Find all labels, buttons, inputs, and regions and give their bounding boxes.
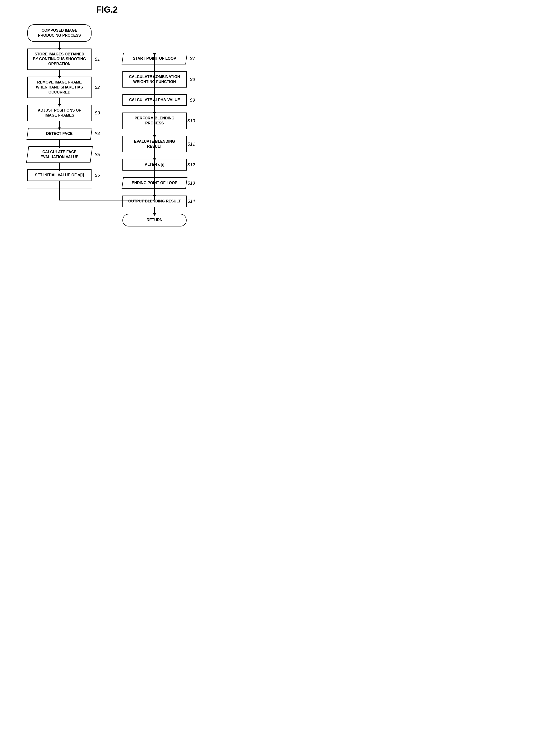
end-label: RETURN (122, 214, 186, 226)
step-S12-box: ALTER σ[i] (122, 159, 186, 171)
arrow (154, 189, 155, 196)
step-S9: CALCULATE ALPHA-VALUE S9 (114, 94, 195, 106)
step-S11-label: S11 (187, 142, 195, 146)
arrow (59, 163, 60, 169)
step-S2: REMOVE IMAGE FRAME WHEN HAND SHAKE HAS O… (19, 77, 100, 98)
step-S14-box: OUTPUT BLENDING RESULT (122, 196, 186, 207)
step-S13-label: S13 (187, 180, 195, 186)
step-S12-label: S12 (187, 162, 195, 167)
start-label: COMPOSED IMAGE PRODUCING PROCESS (27, 24, 91, 42)
step-S8-label: S8 (190, 77, 195, 82)
step-S11: EVALUATE BLENDING RESULT S11 (114, 136, 195, 152)
arrow (154, 64, 155, 71)
step-S10-label: S10 (187, 118, 195, 123)
step-S12: ALTER σ[i] S12 (114, 159, 195, 171)
step-S7: START POINT OF LOOP S7 (114, 53, 195, 64)
arrow (154, 152, 155, 159)
step-S2-label: S2 (95, 85, 100, 90)
arrow (59, 70, 60, 77)
step-S9-label: S9 (190, 97, 195, 103)
step-S13-box: ENDING POINT OF LOOP (122, 177, 187, 189)
step-S4-label: S4 (95, 131, 100, 136)
arrow (154, 207, 155, 214)
step-S6: SET INITIAL VALUE OF σ[i] S6 (19, 169, 100, 181)
step-S3-box: ADJUST POSITIONS OF IMAGE FRAMES (27, 105, 91, 121)
step-S14-label: S14 (187, 199, 195, 204)
step-S1: STORE IMAGES OBTAINED BY CONTINUOUS SHOO… (19, 49, 100, 70)
step-S10: PERFORM BLENDING PROCESS S10 (114, 113, 195, 129)
step-S6-label: S6 (95, 173, 100, 178)
step-S2-box: REMOVE IMAGE FRAME WHEN HAND SHAKE HAS O… (27, 77, 91, 98)
step-S8: CALCULATE COMBINATION WEIGHTING FUNCTION… (114, 71, 195, 88)
arrow (154, 87, 155, 94)
step-S1-label: S1 (95, 57, 100, 62)
step-S4-box: DETECT FACE (27, 128, 92, 140)
step-S13: ENDING POINT OF LOOP S13 (114, 177, 195, 189)
step-S5-label: S5 (95, 152, 100, 157)
step-S11-box: EVALUATE BLENDING RESULT (122, 136, 186, 152)
step-S1-box: STORE IMAGES OBTAINED BY CONTINUOUS SHOO… (27, 49, 91, 70)
start-node: COMPOSED IMAGE PRODUCING PROCESS (19, 24, 100, 42)
arrow (59, 140, 60, 146)
step-S9-box: CALCULATE ALPHA-VALUE (122, 94, 186, 106)
arrow (154, 106, 155, 113)
step-S14: OUTPUT BLENDING RESULT S14 (114, 196, 195, 207)
step-S8-box: CALCULATE COMBINATION WEIGHTING FUNCTION (122, 71, 186, 88)
arrow (154, 129, 155, 136)
end-node: RETURN (114, 214, 195, 226)
arrow (59, 42, 60, 49)
step-S5-box: CALCULATE FACE EVALUATION VALUE (26, 146, 93, 163)
page-title: FIG.2 (5, 5, 209, 15)
arrow (154, 171, 155, 177)
arrow (59, 121, 60, 128)
step-S7-label: S7 (190, 56, 195, 61)
step-S3: ADJUST POSITIONS OF IMAGE FRAMES S3 (19, 105, 100, 121)
step-S4: DETECT FACE S4 (19, 128, 100, 140)
step-S10-box: PERFORM BLENDING PROCESS (122, 113, 186, 129)
step-S3-label: S3 (95, 111, 100, 116)
arrow (59, 98, 60, 105)
step-S7-box: START POINT OF LOOP (122, 53, 187, 64)
step-S5: CALCULATE FACE EVALUATION VALUE S5 (19, 146, 100, 163)
step-S6-box: SET INITIAL VALUE OF σ[i] (27, 169, 91, 181)
